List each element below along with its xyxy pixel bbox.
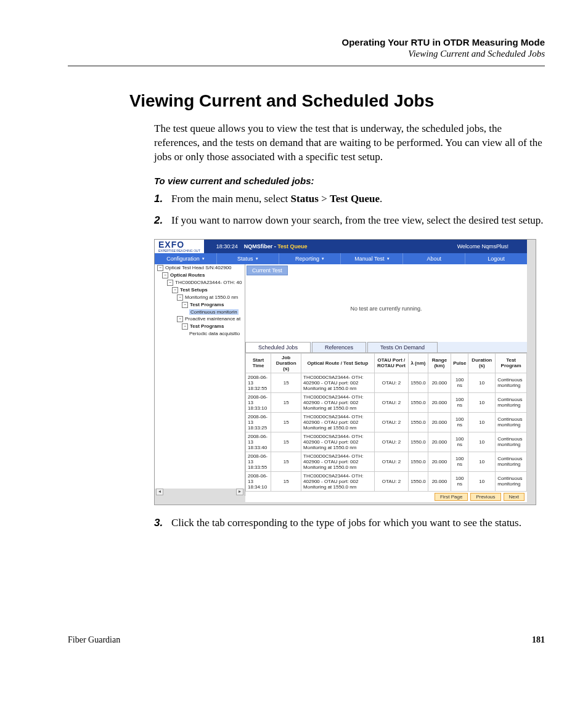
main-menu: Configuration▾ Status▾ Reporting▾ Manual… bbox=[155, 253, 527, 264]
cell-otau-port: OTAU: 2 bbox=[374, 471, 408, 491]
tab-scheduled-jobs[interactable]: Scheduled Jobs bbox=[245, 342, 311, 352]
step-1: 1. From the main menu, select Status > T… bbox=[154, 192, 545, 206]
tree-node[interactable]: Monitoring at 1550.0 nm bbox=[185, 294, 238, 300]
menu-manual-test[interactable]: Manual Test▾ bbox=[341, 253, 403, 264]
chevron-down-icon: ▾ bbox=[322, 256, 324, 261]
tree-collapse-icon[interactable]: − bbox=[157, 265, 163, 271]
cell-route: THC00D0C9A23444- OTH: 402900 - OTAU port… bbox=[301, 452, 375, 471]
cell-test-program: Continuousmonitoring bbox=[496, 392, 527, 412]
col-lambda: λ (nm) bbox=[409, 353, 428, 373]
jobs-table: Start Time Job Duration (s) Optical Rout… bbox=[245, 353, 527, 492]
tree-node[interactable]: Proactive maintenance at bbox=[185, 316, 240, 322]
tree-node[interactable]: THC00D0C9A23444- OTH: 40 bbox=[175, 280, 242, 285]
tab-tests-on-demand[interactable]: Tests On Demand bbox=[367, 342, 438, 352]
cell-pulse: 100ns bbox=[451, 471, 468, 491]
col-route-setup: Optical Route / Test Setup bbox=[301, 353, 375, 373]
cell-duration: 10 bbox=[468, 471, 496, 491]
next-page-button[interactable]: Next bbox=[504, 493, 525, 501]
tree-node[interactable]: Optical Routes bbox=[170, 272, 205, 278]
tree-collapse-icon[interactable]: − bbox=[167, 280, 173, 286]
menu-reporting[interactable]: Reporting▾ bbox=[279, 253, 341, 264]
cell-range: 20.000 bbox=[428, 432, 451, 452]
menu-status[interactable]: Status▾ bbox=[217, 253, 279, 264]
table-row: 2008-06-1318:33:4015THC00D0C9A23444- OTH… bbox=[246, 432, 527, 452]
col-pulse: Pulse bbox=[451, 353, 468, 373]
scroll-left-icon[interactable]: ◂ bbox=[156, 489, 163, 495]
table-row: 2008-06-1318:33:2515THC00D0C9A23444- OTH… bbox=[246, 412, 527, 432]
app-screenshot: EXFO EXPERTISE REACHING OUT 18:30:24 NQM… bbox=[154, 239, 536, 505]
cell-duration: 10 bbox=[468, 452, 496, 471]
cell-pulse: 100ns bbox=[451, 412, 468, 432]
col-otau-port: OTAU Port / ROTAU Port bbox=[374, 353, 408, 373]
menu-about[interactable]: About bbox=[403, 253, 465, 264]
cell-range: 20.000 bbox=[428, 471, 451, 491]
step-2: 2. If you want to narrow down your searc… bbox=[154, 214, 545, 228]
tree-horizontal-scrollbar[interactable]: ◂▸ bbox=[155, 489, 245, 496]
tree-collapse-icon[interactable]: − bbox=[172, 287, 178, 293]
cell-lambda: 1550.0 bbox=[409, 412, 428, 432]
cell-start-time: 2008-06-1318:33:55 bbox=[246, 452, 271, 471]
cell-range: 20.000 bbox=[428, 412, 451, 432]
col-duration: Duration (s) bbox=[468, 353, 496, 373]
menu-path-test-queue: Test Queue bbox=[330, 193, 380, 205]
step-number: 3. bbox=[154, 516, 171, 530]
first-page-button[interactable]: First Page bbox=[435, 493, 468, 501]
previous-page-button[interactable]: Previous bbox=[470, 493, 500, 501]
step-text: If you want to narrow down your search, … bbox=[171, 214, 544, 228]
cell-lambda: 1550.0 bbox=[409, 392, 428, 412]
table-header-row: Start Time Job Duration (s) Optical Rout… bbox=[246, 353, 527, 373]
cell-route: THC00D0C9A23444- OTH: 402900 - OTAU port… bbox=[301, 392, 375, 412]
col-test-program: Test Program bbox=[496, 353, 527, 373]
col-job-duration: Job Duration (s) bbox=[271, 353, 301, 373]
tree-collapse-icon[interactable]: − bbox=[182, 323, 188, 330]
cell-job-duration: 15 bbox=[271, 373, 301, 392]
cell-duration: 10 bbox=[468, 392, 496, 412]
tree-collapse-icon[interactable]: − bbox=[182, 302, 188, 308]
cell-start-time: 2008-06-1318:34:10 bbox=[246, 471, 271, 491]
cell-route: THC00D0C9A23444- OTH: 402900 - OTAU port… bbox=[301, 373, 375, 392]
tree-view[interactable]: −Optical Test Head S/N:402900 −Optical R… bbox=[155, 264, 245, 496]
clock: 18:30:24 bbox=[216, 243, 238, 249]
section-name: Viewing Current and Scheduled Jobs bbox=[68, 49, 545, 59]
tab-current-test[interactable]: Current Test bbox=[247, 266, 288, 275]
tree-node[interactable]: Test Setups bbox=[180, 287, 208, 293]
page-number: 181 bbox=[532, 635, 545, 645]
product-name: Fiber Guardian bbox=[68, 635, 120, 645]
tree-node[interactable]: Periodic data acquisitio bbox=[189, 331, 240, 336]
table-row: 2008-06-1318:34:1015THC00D0C9A23444- OTH… bbox=[246, 471, 527, 491]
tree-collapse-icon[interactable]: − bbox=[177, 294, 183, 301]
cell-pulse: 100ns bbox=[451, 452, 468, 471]
tree-node-selected[interactable]: Continuous monitorin bbox=[189, 309, 239, 315]
step-text: Click the tab corresponding to the type … bbox=[171, 516, 521, 530]
tree-node[interactable]: Optical Test Head S/N:402900 bbox=[165, 265, 231, 270]
cell-route: THC00D0C9A23444- OTH: 402900 - OTAU port… bbox=[301, 432, 375, 452]
cell-test-program: Continuousmonitoring bbox=[496, 452, 527, 471]
cell-job-duration: 15 bbox=[271, 432, 301, 452]
cell-job-duration: 15 bbox=[271, 452, 301, 471]
menu-logout[interactable]: Logout bbox=[465, 253, 527, 264]
header-rule bbox=[68, 65, 545, 67]
cell-start-time: 2008-06-1318:32:55 bbox=[246, 373, 271, 392]
tab-references[interactable]: References bbox=[312, 342, 366, 352]
welcome-text: Welcome NqmsPlus! bbox=[457, 243, 508, 249]
cell-otau-port: OTAU: 2 bbox=[374, 452, 408, 471]
cell-start-time: 2008-06-1318:33:40 bbox=[246, 432, 271, 452]
page-title: Viewing Current and Scheduled Jobs bbox=[129, 91, 545, 111]
cell-job-duration: 15 bbox=[271, 392, 301, 412]
chapter-title: Operating Your RTU in OTDR Measuring Mod… bbox=[68, 37, 545, 47]
col-range: Range (km) bbox=[428, 353, 451, 373]
tree-collapse-icon[interactable]: − bbox=[162, 272, 168, 278]
current-test-empty: No test are currently running. bbox=[245, 275, 527, 342]
cell-duration: 10 bbox=[468, 373, 496, 392]
tree-collapse-icon[interactable]: − bbox=[177, 316, 183, 322]
cell-otau-port: OTAU: 2 bbox=[374, 392, 408, 412]
tree-node[interactable]: Test Programs bbox=[190, 302, 224, 307]
cell-range: 20.000 bbox=[428, 373, 451, 392]
cell-test-program: Continuousmonitoring bbox=[496, 373, 527, 392]
menu-configuration[interactable]: Configuration▾ bbox=[155, 253, 217, 264]
tree-node[interactable]: Test Programs bbox=[190, 323, 224, 329]
scroll-right-icon[interactable]: ▸ bbox=[236, 489, 243, 495]
chevron-down-icon: ▾ bbox=[256, 256, 258, 261]
cell-otau-port: OTAU: 2 bbox=[374, 373, 408, 392]
cell-pulse: 100ns bbox=[451, 432, 468, 452]
